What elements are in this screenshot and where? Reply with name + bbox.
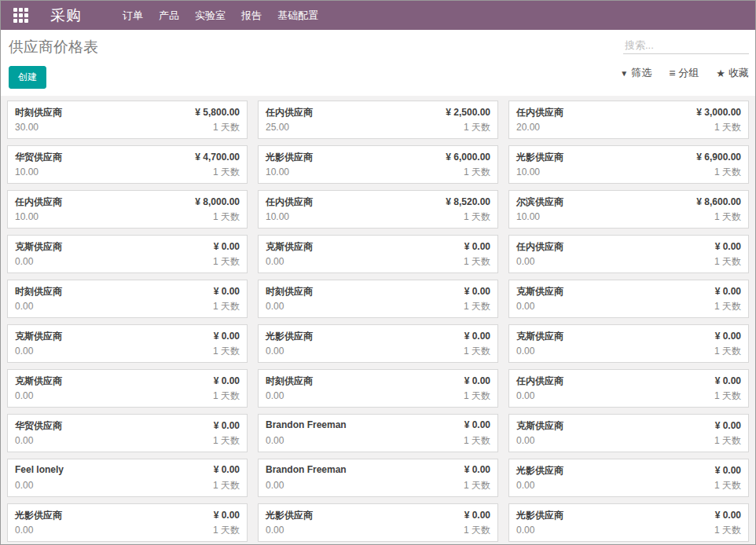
minimum-quantity: 0.00 [15, 480, 33, 491]
supplier-price: ¥ 0.00 [464, 464, 490, 475]
delivery-lead-time: 1 天数 [464, 166, 490, 179]
card-bottom-row: 0.00 1 天数 [266, 255, 490, 269]
supplier-name: 光影供应商 [516, 509, 563, 522]
supplier-price: ¥ 4,700.00 [195, 152, 240, 163]
kanban-card[interactable]: 时刻供应商 ¥ 0.00 0.00 1 天数 [258, 369, 498, 408]
kanban-card[interactable]: 任内供应商 ¥ 0.00 0.00 1 天数 [508, 369, 749, 408]
kanban-card[interactable]: 华贸供应商 ¥ 0.00 0.00 1 天数 [7, 414, 248, 452]
minimum-quantity: 0.00 [15, 390, 33, 401]
kanban-card[interactable]: 任内供应商 ¥ 3,000.00 20.00 1 天数 [508, 101, 749, 139]
kanban-card[interactable]: 时刻供应商 ¥ 0.00 0.00 1 天数 [7, 280, 248, 318]
create-button[interactable]: 创建 [9, 66, 46, 89]
delivery-lead-time: 1 天数 [464, 524, 490, 537]
supplier-price: ¥ 0.00 [715, 420, 741, 431]
delivery-lead-time: 1 天数 [714, 345, 741, 358]
card-bottom-row: 0.00 1 天数 [516, 434, 741, 448]
search-input[interactable] [623, 37, 749, 54]
group-by-button[interactable]: ≡ 分组 [669, 64, 699, 82]
minimum-quantity: 0.00 [266, 480, 284, 491]
supplier-price: ¥ 0.00 [464, 286, 490, 297]
kanban-card[interactable]: 时刻供应商 ¥ 5,800.00 30.00 1 天数 [7, 101, 248, 139]
filters-button[interactable]: ▼ 筛选 [620, 64, 651, 82]
kanban-card[interactable]: 华贸供应商 ¥ 4,700.00 10.00 1 天数 [7, 145, 248, 184]
supplier-name: 时刻供应商 [266, 375, 313, 388]
card-top-row: 克斯供应商 ¥ 0.00 [516, 330, 741, 343]
kanban-card[interactable]: 克斯供应商 ¥ 0.00 0.00 1 天数 [7, 235, 248, 273]
supplier-price: ¥ 0.00 [214, 464, 240, 475]
card-bottom-row: 0.00 1 天数 [516, 524, 741, 537]
navbar-menu-item[interactable]: 订单 [115, 4, 151, 27]
supplier-price: ¥ 5,800.00 [195, 107, 240, 118]
kanban-card[interactable]: 克斯供应商 ¥ 0.00 0.00 1 天数 [7, 369, 248, 408]
supplier-name: 任内供应商 [15, 196, 62, 209]
supplier-price: ¥ 8,000.00 [195, 196, 240, 207]
kanban-card[interactable]: Brandon Freeman ¥ 0.00 0.00 1 天数 [258, 414, 498, 452]
supplier-name: 克斯供应商 [516, 285, 563, 298]
kanban-card[interactable]: 克斯供应商 ¥ 0.00 0.00 1 天数 [258, 235, 498, 273]
card-bottom-row: 0.00 1 天数 [266, 479, 490, 492]
kanban-card[interactable]: 克斯供应商 ¥ 0.00 0.00 1 天数 [508, 414, 749, 452]
kanban-card[interactable]: Feel lonely ¥ 0.00 0.00 1 天数 [7, 459, 248, 497]
kanban-card[interactable]: 任内供应商 ¥ 2,500.00 25.00 1 天数 [258, 101, 498, 139]
delivery-lead-time: 1 天数 [213, 121, 240, 134]
minimum-quantity: 0.00 [266, 346, 284, 357]
minimum-quantity: 0.00 [516, 256, 534, 267]
card-top-row: 任内供应商 ¥ 3,000.00 [516, 106, 741, 119]
delivery-lead-time: 1 天数 [464, 210, 490, 224]
kanban-card[interactable]: 时刻供应商 ¥ 0.00 0.00 1 天数 [258, 280, 498, 318]
kanban-card[interactable]: 光影供应商 ¥ 6,000.00 10.00 1 天数 [258, 145, 498, 184]
card-bottom-row: 0.00 1 天数 [266, 390, 490, 403]
card-top-row: 时刻供应商 ¥ 0.00 [266, 375, 490, 388]
minimum-quantity: 0.00 [15, 346, 33, 357]
delivery-lead-time: 1 天数 [464, 300, 490, 313]
supplier-name: 光影供应商 [266, 151, 313, 164]
card-bottom-row: 30.00 1 天数 [15, 121, 240, 134]
card-top-row: 时刻供应商 ¥ 5,800.00 [15, 106, 240, 119]
kanban-card[interactable]: 任内供应商 ¥ 8,520.00 10.00 1 天数 [258, 190, 498, 229]
kanban-card[interactable]: 光影供应商 ¥ 0.00 0.00 1 天数 [508, 503, 749, 542]
kanban-card[interactable]: 克斯供应商 ¥ 0.00 0.00 1 天数 [7, 324, 248, 363]
filter-icon: ▼ [620, 69, 628, 78]
card-bottom-row: 0.00 1 天数 [266, 300, 490, 313]
delivery-lead-time: 1 天数 [464, 345, 490, 358]
card-bottom-row: 20.00 1 天数 [516, 121, 741, 134]
card-top-row: 克斯供应商 ¥ 0.00 [266, 240, 490, 254]
kanban-card[interactable]: 克斯供应商 ¥ 0.00 0.00 1 天数 [508, 324, 749, 363]
kanban-card[interactable]: 光影供应商 ¥ 6,900.00 10.00 1 天数 [508, 145, 749, 184]
card-top-row: 时刻供应商 ¥ 0.00 [15, 285, 240, 298]
minimum-quantity: 0.00 [15, 435, 33, 446]
kanban-card[interactable]: 光影供应商 ¥ 0.00 0.00 1 天数 [258, 503, 498, 542]
supplier-price: ¥ 0.00 [214, 241, 240, 252]
kanban-card[interactable]: 光影供应商 ¥ 0.00 0.00 1 天数 [258, 324, 498, 363]
kanban-card[interactable]: 尔滨供应商 ¥ 8,600.00 10.00 1 天数 [508, 190, 749, 229]
kanban-card[interactable]: 任内供应商 ¥ 8,000.00 10.00 1 天数 [7, 190, 248, 229]
card-bottom-row: 0.00 1 天数 [15, 255, 240, 269]
kanban-card[interactable]: 任内供应商 ¥ 0.00 0.00 1 天数 [508, 235, 749, 273]
minimum-quantity: 30.00 [15, 122, 39, 133]
navbar-menu-item[interactable]: 基础配置 [270, 4, 326, 27]
supplier-price: ¥ 0.00 [464, 510, 490, 521]
apps-menu-button[interactable] [9, 5, 33, 26]
supplier-price: ¥ 8,600.00 [696, 196, 741, 207]
kanban-card[interactable]: Brandon Freeman ¥ 0.00 0.00 1 天数 [258, 459, 498, 497]
minimum-quantity: 0.00 [266, 525, 284, 536]
card-top-row: 克斯供应商 ¥ 0.00 [15, 240, 240, 254]
card-top-row: 光影供应商 ¥ 0.00 [266, 509, 490, 522]
navbar-menu-item[interactable]: 实验室 [187, 4, 233, 27]
delivery-lead-time: 1 天数 [213, 479, 240, 492]
delivery-lead-time: 1 天数 [213, 300, 240, 313]
delivery-lead-time: 1 天数 [714, 434, 741, 448]
navbar-menu-item[interactable]: 报告 [233, 4, 270, 27]
navbar-menu-item[interactable]: 产品 [151, 4, 187, 27]
supplier-price: ¥ 0.00 [715, 241, 741, 252]
card-top-row: Brandon Freeman ¥ 0.00 [266, 464, 490, 475]
delivery-lead-time: 1 天数 [714, 479, 741, 492]
card-bottom-row: 0.00 1 天数 [266, 434, 490, 448]
kanban-card[interactable]: 光影供应商 ¥ 0.00 0.00 1 天数 [7, 503, 248, 542]
favorites-button[interactable]: ★ 收藏 [716, 64, 749, 82]
app-name[interactable]: 采购 [50, 5, 82, 26]
kanban-card[interactable]: 光影供应商 ¥ 0.00 0.00 1 天数 [508, 459, 749, 497]
control-panel: 供应商价格表 创建 ▼ 筛选 ≡ 分组 ★ 收藏 [1, 30, 755, 96]
kanban-grid: 时刻供应商 ¥ 5,800.00 30.00 1 天数 任内供应商 ¥ 2,50… [1, 96, 755, 544]
kanban-card[interactable]: 克斯供应商 ¥ 0.00 0.00 1 天数 [508, 280, 749, 318]
